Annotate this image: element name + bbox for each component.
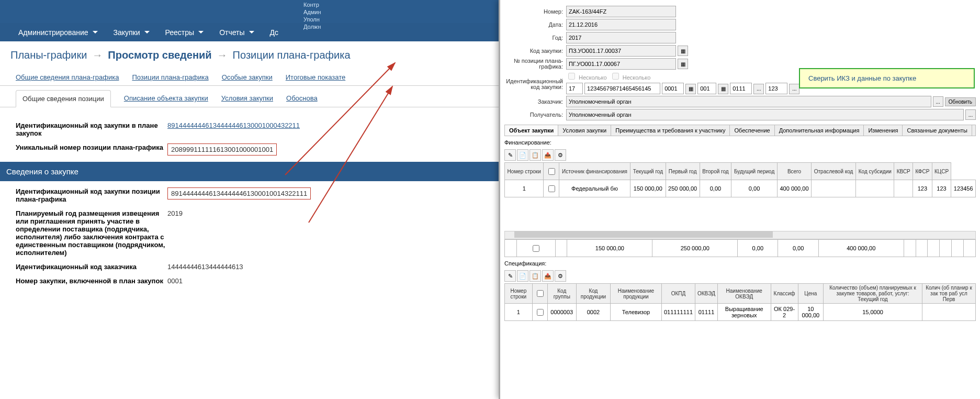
spec-toolbar: ✎ 📄 📋 📤 ⚙ xyxy=(504,269,976,283)
lookup-icon[interactable]: ▦ xyxy=(685,84,696,94)
lbl-customer: Заказчик: xyxy=(504,98,566,105)
lookup-icon[interactable]: ▦ xyxy=(718,84,728,94)
tab-positions[interactable]: Позиции плана-графика xyxy=(132,69,208,85)
tab-position-general[interactable]: Общие сведения позиции xyxy=(16,90,111,107)
chevron-down-icon xyxy=(93,31,98,34)
edit-icon[interactable]: ✎ xyxy=(504,270,516,282)
ikz-part-2[interactable] xyxy=(584,83,660,94)
menu-purchases[interactable]: Закупки xyxy=(106,28,157,37)
lookup-icon[interactable]: ▦ xyxy=(678,46,688,56)
chevron-right-icon: → xyxy=(217,49,228,61)
purchase-number-value: 0001 xyxy=(167,277,183,285)
tab-object-desc[interactable]: Описание объекта закупки xyxy=(124,90,208,107)
spec-title: Спецификация: xyxy=(504,260,976,267)
lbl-number: Номер: xyxy=(504,8,566,15)
lbl-year: Год: xyxy=(504,35,566,41)
input-pos[interactable] xyxy=(566,58,676,70)
copy-icon[interactable]: 📋 xyxy=(530,149,541,161)
ikz-plan-label: Идентификационный код закупки в плане за… xyxy=(16,121,167,137)
new-icon[interactable]: 📄 xyxy=(517,270,528,282)
more-icon[interactable]: ... xyxy=(753,84,764,94)
tab-general-plan[interactable]: Общие сведения плана-графика xyxy=(16,69,119,85)
planned-year-value: 2019 xyxy=(167,209,183,217)
input-date[interactable] xyxy=(566,19,676,30)
ikz-part-6[interactable] xyxy=(765,83,787,94)
tab-special[interactable]: Особые закупки xyxy=(222,69,273,85)
purchase-number-label: Номер закупки, включенной в план закупок xyxy=(16,277,167,285)
subtab-documents[interactable]: Связанные документы xyxy=(903,125,972,136)
ikz-pos-value: 891444444461344444461300010014322111 xyxy=(167,187,311,199)
chevron-down-icon xyxy=(198,31,204,34)
breadcrumb-sub[interactable]: Позиции плана-графика xyxy=(233,49,351,61)
ikz-part-3[interactable] xyxy=(662,83,684,94)
input-customer[interactable] xyxy=(566,96,931,107)
ikz-part-4[interactable] xyxy=(697,83,716,94)
lbl-pos: № позиции плана-графика: xyxy=(504,58,566,70)
subtab-object[interactable]: Объект закупки xyxy=(505,125,558,136)
chk-several-1 xyxy=(568,73,575,80)
subtab-changes[interactable]: Изменения xyxy=(864,125,903,136)
menu-admin[interactable]: Администрирование xyxy=(10,28,106,37)
subtab-requirements[interactable]: Преимущества и требования к участнику xyxy=(611,125,730,136)
ikz-plan-value[interactable]: 89144444446134444446130001000432211 xyxy=(167,121,300,129)
edit-icon[interactable]: ✎ xyxy=(504,149,516,161)
lbl-date: Дата: xyxy=(504,21,566,28)
tab-conditions[interactable]: Условия закупки xyxy=(221,90,273,107)
menu-more[interactable]: Дс xyxy=(262,28,286,37)
tab-justification[interactable]: Обоснова xyxy=(286,90,318,107)
menu-registers[interactable]: Реестры xyxy=(157,28,212,37)
lbl-code: Код закупки: xyxy=(504,48,566,54)
detail-panel: Номер: Дата: Год: Код закупки:▦ № позици… xyxy=(499,0,980,299)
chevron-right-icon: → xyxy=(92,49,103,61)
subtab-additional[interactable]: Дополнительная информация xyxy=(775,125,864,136)
ikz-part-1[interactable] xyxy=(566,83,583,94)
financing-totals: 150 000,00250 000,000,000,00400 000,00 xyxy=(504,239,976,257)
input-number[interactable] xyxy=(566,6,676,17)
gear-icon[interactable]: ⚙ xyxy=(555,270,566,282)
financing-toolbar: ✎ 📄 📋 📤 ⚙ xyxy=(504,148,976,162)
breadcrumb-root[interactable]: Планы-графики xyxy=(10,49,87,61)
sub-tabs: Объект закупки Условия закупки Преимущес… xyxy=(504,125,976,136)
ikz-part-5[interactable] xyxy=(730,83,752,94)
tab-summary[interactable]: Итоговые показате xyxy=(286,69,345,85)
lbl-recipient: Получатель: xyxy=(504,112,566,118)
more-icon[interactable]: ... xyxy=(789,84,799,94)
unique-number-value: 208999111111613001000001001 xyxy=(167,143,277,156)
financing-title: Финансирование: xyxy=(504,139,976,146)
input-recipient[interactable] xyxy=(566,109,964,120)
chevron-down-icon xyxy=(249,31,254,34)
input-year[interactable] xyxy=(566,32,676,43)
input-code[interactable] xyxy=(566,45,676,57)
menu-reports[interactable]: Отчеты xyxy=(211,28,262,37)
subtab-conditions[interactable]: Условия закупки xyxy=(558,125,611,136)
callout-note: Сверить ИКЗ и данные по закупке xyxy=(799,68,975,88)
lookup-icon[interactable]: ▦ xyxy=(678,59,688,69)
export-icon[interactable]: 📤 xyxy=(542,149,554,161)
unique-number-label: Уникальный номер позиции плана-графика xyxy=(16,143,167,151)
customer-code-label: Идентификационный код заказчика xyxy=(16,263,167,271)
financing-grid: Номер строкиИсточник финансированияТекущ… xyxy=(504,162,976,197)
customer-code-value: 14444444613444444613 xyxy=(167,263,243,271)
gear-icon[interactable]: ⚙ xyxy=(555,149,566,161)
planned-year-label: Планируемый год размещения извещения или… xyxy=(16,209,167,257)
subtab-security[interactable]: Обеспечение xyxy=(730,125,774,136)
new-icon[interactable]: 📄 xyxy=(517,149,528,161)
copy-icon[interactable]: 📋 xyxy=(530,270,541,282)
export-icon[interactable]: 📤 xyxy=(542,270,554,282)
more-icon[interactable]: ... xyxy=(933,96,943,107)
breadcrumb-current: Просмотр сведений xyxy=(108,49,211,61)
more-icon[interactable]: ... xyxy=(965,109,976,120)
chevron-down-icon xyxy=(144,31,150,34)
ikz-pos-label: Идентификационный код закупки позиции пл… xyxy=(16,187,167,203)
refresh-button[interactable]: Обновить xyxy=(945,97,976,106)
spec-grid: Номер строкиКод группыКод продукцииНаиме… xyxy=(504,283,976,299)
lbl-ikz: Идентификационный код закупки: xyxy=(504,71,566,90)
h-scrollbar[interactable] xyxy=(504,231,976,239)
chk-several-2 xyxy=(612,73,619,80)
